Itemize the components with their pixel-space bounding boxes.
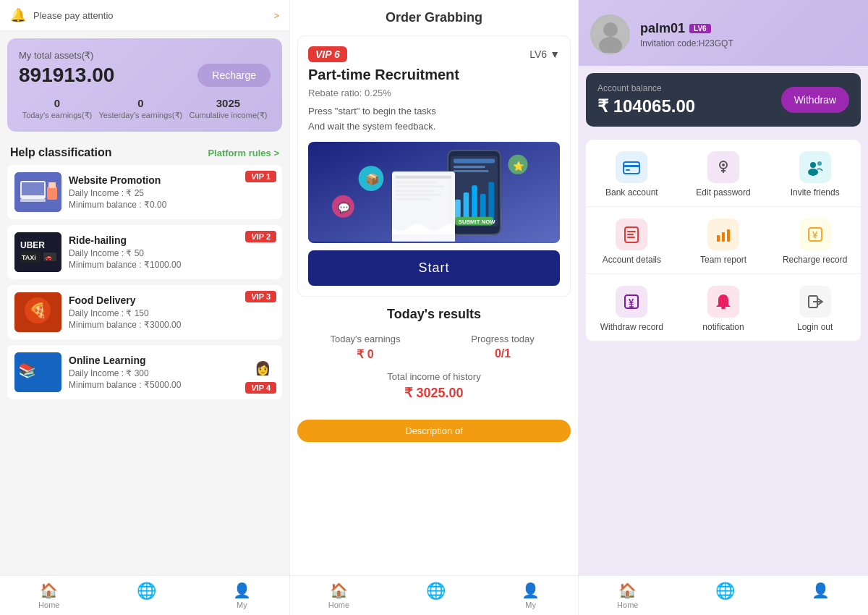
nav-home-right[interactable]: 🏠 Home xyxy=(617,582,638,609)
person-icon-right: 👤 xyxy=(812,582,830,599)
vip-badge-2: VIP 2 xyxy=(245,231,276,242)
rebate-text: Rebate ratio: 0.25% xyxy=(308,88,560,98)
website-promotion-image xyxy=(14,172,61,212)
svg-rect-30 xyxy=(396,181,438,183)
login-out-label: Login out xyxy=(797,322,833,332)
menu-account-details[interactable]: Account details xyxy=(586,207,678,274)
withdraw-record-icon: ¥ xyxy=(616,286,647,318)
results-title: Today's results xyxy=(300,307,568,322)
stat-cumulative: 3025 Cumulative income(₹) xyxy=(189,97,267,120)
stat-yesterday-value: 0 xyxy=(98,97,182,109)
stat-today: 0 Today's earnings(₹) xyxy=(22,97,93,120)
balance-info: Account balance ₹ 104065.00 xyxy=(597,83,695,116)
menu-edit-password[interactable]: Edit password xyxy=(678,140,770,207)
account-details-label: Account details xyxy=(603,255,661,265)
svg-rect-57 xyxy=(627,237,635,238)
help-item-income: Daily Income : ₹ 150 xyxy=(69,308,275,318)
nav-my-right[interactable]: 👤 xyxy=(812,582,830,609)
order-title: Part-time Recruitment xyxy=(308,67,560,83)
order-lv: LV6 ▼ xyxy=(529,48,560,60)
svg-rect-55 xyxy=(627,231,636,232)
profile-name: palm01 LV6 xyxy=(640,21,733,36)
svg-rect-24 xyxy=(464,192,469,221)
svg-rect-32 xyxy=(396,190,434,192)
notification-text: Please pay attentio xyxy=(33,10,266,21)
menu-grid: Bank account Edit password Invite friend… xyxy=(586,140,861,342)
svg-text:TAXi: TAXi xyxy=(22,254,36,261)
left-panel: 🔔 Please pay attentio > My total assets(… xyxy=(0,0,289,615)
team-report-label: Team report xyxy=(700,255,746,265)
svg-rect-33 xyxy=(396,194,441,196)
withdraw-record-label: Withdraw record xyxy=(600,322,663,332)
help-item-info: Ride-hailing Daily Income : ₹ 50 Minimum… xyxy=(69,234,275,270)
balance-label: Account balance xyxy=(597,83,695,93)
svg-text:SUBMIT NOW: SUBMIT NOW xyxy=(459,218,495,224)
svg-text:🍕: 🍕 xyxy=(29,302,47,319)
edit-password-label: Edit password xyxy=(696,187,750,198)
notification-bar: 🔔 Please pay attentio > xyxy=(0,0,289,31)
nav-my-mid-label: My xyxy=(525,601,536,609)
list-item[interactable]: UBERTAXi🚗 Ride-hailing Daily Income : ₹ … xyxy=(7,225,282,279)
svg-point-44 xyxy=(603,22,618,37)
list-item[interactable]: 🍕 Food Delivery Daily Income : ₹ 150 Min… xyxy=(7,285,282,339)
order-banner: 📦 💬 ⭐ SUBMIT NOW xyxy=(308,142,560,243)
nav-home-mid[interactable]: 🏠 Home xyxy=(328,582,349,609)
menu-bank-account[interactable]: Bank account xyxy=(586,140,678,207)
list-item[interactable]: 📚 Online Learning Daily Income : ₹ 300 M… xyxy=(7,345,282,399)
online-learning-image: 📚 xyxy=(14,352,61,392)
platform-rules-link[interactable]: Platform rules > xyxy=(208,148,279,158)
help-item-info: Online Learning Daily Income : ₹ 300 Min… xyxy=(69,355,275,390)
result-progress-label: Progress today xyxy=(438,334,568,344)
stat-yesterday: 0 Yesterday's earnings(₹) xyxy=(98,97,182,120)
help-title: Help classification xyxy=(10,146,112,159)
help-item-name: Food Delivery xyxy=(69,294,275,306)
bank-account-label: Bank account xyxy=(605,187,658,198)
svg-point-50 xyxy=(722,164,725,166)
stat-today-label: Today's earnings(₹) xyxy=(22,111,93,120)
nav-globe-left[interactable]: 🌐 xyxy=(137,582,156,609)
result-progress-value: 0/1 xyxy=(438,347,568,360)
help-item-income: Daily Income : ₹ 25 xyxy=(69,188,275,198)
description-button[interactable]: Description of xyxy=(297,420,571,442)
menu-recharge-record[interactable]: ¥ Recharge record xyxy=(769,207,861,274)
svg-rect-2 xyxy=(22,182,44,195)
menu-login-out[interactable]: Login out xyxy=(769,274,861,342)
menu-invite-friends[interactable]: Invite friends xyxy=(769,140,861,207)
svg-point-53 xyxy=(808,169,818,176)
nav-globe-right[interactable]: 🌐 xyxy=(715,582,735,609)
svg-text:¥: ¥ xyxy=(812,229,818,240)
nav-my-left[interactable]: 👤 My xyxy=(233,582,251,609)
list-item[interactable]: Website Promotion Daily Income : ₹ 25 Mi… xyxy=(7,165,282,219)
start-button[interactable]: Start xyxy=(308,250,560,286)
lv-badge: LV6 xyxy=(689,24,711,33)
login-out-icon xyxy=(799,286,831,318)
help-item-info: Food Delivery Daily Income : ₹ 150 Minim… xyxy=(69,294,275,330)
nav-globe-mid[interactable]: 🌐 xyxy=(426,582,446,609)
nav-home-left[interactable]: 🏠 Home xyxy=(38,582,59,609)
lv-chevron-icon: ▼ xyxy=(550,48,560,60)
vip-badge-1: VIP 1 xyxy=(245,171,276,182)
withdraw-button[interactable]: Withdraw xyxy=(781,87,849,113)
svg-text:🚗: 🚗 xyxy=(45,253,52,260)
food-delivery-image: 🍕 xyxy=(14,292,61,332)
home-icon: 🏠 xyxy=(40,582,58,599)
assets-amount: 891913.00 xyxy=(19,64,114,87)
svg-rect-29 xyxy=(396,175,451,178)
recharge-button[interactable]: Recharge xyxy=(197,64,271,87)
notification-label: notification xyxy=(702,322,744,332)
assets-card: My total assets(₹) 891913.00 Recharge 0 … xyxy=(7,38,282,132)
balance-amount: ₹ 104065.00 xyxy=(597,96,695,116)
menu-team-report[interactable]: Team report xyxy=(678,207,770,274)
help-item-income: Daily Income : ₹ 50 xyxy=(69,248,275,258)
total-income-label: Total income of history xyxy=(300,371,568,382)
svg-rect-47 xyxy=(624,165,639,167)
svg-text:UBER: UBER xyxy=(20,240,45,250)
svg-rect-3 xyxy=(20,199,46,202)
menu-notification[interactable]: notification xyxy=(678,274,770,342)
svg-rect-65 xyxy=(721,307,726,309)
svg-text:📚: 📚 xyxy=(18,362,36,379)
invite-friends-icon xyxy=(799,151,831,183)
nav-my-mid[interactable]: 👤 My xyxy=(522,582,540,609)
menu-withdraw-record[interactable]: ¥ Withdraw record xyxy=(586,274,678,342)
recharge-record-icon: ¥ xyxy=(799,219,831,250)
